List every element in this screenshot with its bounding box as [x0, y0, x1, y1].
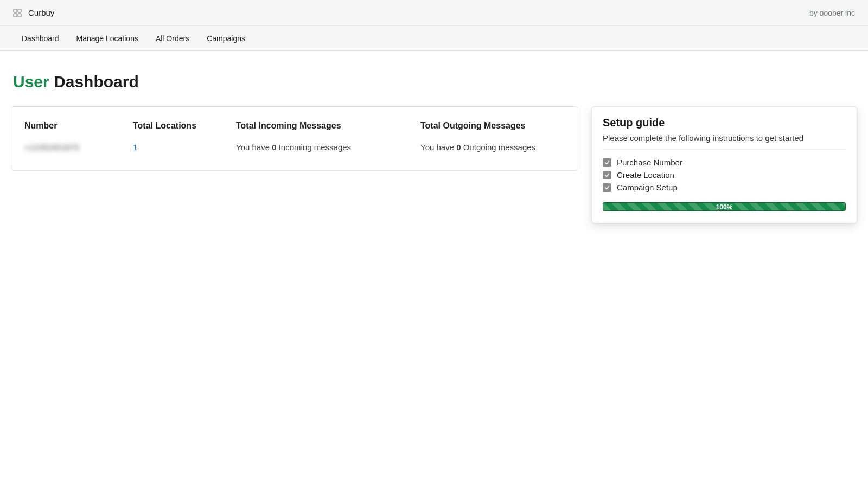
- brand-name: Curbuy: [28, 8, 54, 17]
- stat-locations: Total Locations 1: [133, 121, 214, 152]
- setup-subtitle: Please complete the following instructio…: [603, 133, 846, 143]
- stats-card: Number +12262401879 Total Locations 1 To…: [11, 106, 578, 171]
- brand-wrap: Curbuy: [13, 8, 54, 17]
- setup-step-campaign-setup[interactable]: Campaign Setup: [603, 181, 846, 194]
- stat-incoming-value: You have 0 Incoming messages: [236, 143, 399, 152]
- step-label: Campaign Setup: [617, 183, 678, 192]
- incoming-count: 0: [272, 143, 276, 152]
- byline: by ooober inc: [809, 9, 855, 17]
- progress-bar: 100%: [603, 202, 846, 211]
- content: User Dashboard Number +12262401879 Total…: [0, 51, 868, 234]
- top-bar: Curbuy by ooober inc: [0, 0, 868, 26]
- svg-rect-1: [18, 9, 21, 12]
- stat-outgoing-value: You have 0 Outgoing messages: [420, 143, 565, 152]
- app-logo-icon: [13, 9, 22, 17]
- nav-campaigns[interactable]: Campaigns: [207, 34, 245, 43]
- stat-number: Number +12262401879: [24, 121, 111, 152]
- stat-outgoing-label: Total Outgoing Messages: [420, 121, 565, 131]
- page-title: User Dashboard: [13, 73, 857, 91]
- page-title-rest: Dashboard: [54, 73, 139, 91]
- setup-title: Setup guide: [603, 117, 846, 129]
- two-column-layout: Number +12262401879 Total Locations 1 To…: [11, 106, 857, 223]
- outgoing-count: 0: [456, 143, 461, 152]
- locations-link[interactable]: 1: [133, 143, 137, 152]
- svg-rect-3: [18, 14, 21, 17]
- nav-all-orders[interactable]: All Orders: [156, 34, 189, 43]
- stat-incoming: Total Incoming Messages You have 0 Incom…: [236, 121, 399, 152]
- svg-rect-0: [14, 9, 17, 12]
- stat-number-label: Number: [24, 121, 111, 131]
- checkmark-icon: [603, 158, 611, 167]
- stat-locations-label: Total Locations: [133, 121, 214, 131]
- checkmark-icon: [603, 171, 611, 179]
- incoming-prefix: You have: [236, 143, 272, 152]
- outgoing-suffix: Outgoing messages: [461, 143, 536, 152]
- svg-rect-2: [14, 14, 17, 17]
- nav-bar: Dashboard Manage Locations All Orders Ca…: [0, 26, 868, 51]
- setup-step-purchase-number[interactable]: Purchase Number: [603, 156, 846, 169]
- setup-guide-card: Setup guide Please complete the followin…: [591, 106, 857, 223]
- step-label: Purchase Number: [617, 158, 682, 167]
- setup-step-create-location[interactable]: Create Location: [603, 169, 846, 181]
- setup-steps: Purchase Number Create Location Campaign…: [603, 156, 846, 194]
- incoming-suffix: Incoming messages: [277, 143, 352, 152]
- stats-row: Number +12262401879 Total Locations 1 To…: [24, 121, 565, 152]
- page-title-accent: User: [13, 73, 49, 91]
- stat-outgoing: Total Outgoing Messages You have 0 Outgo…: [420, 121, 565, 152]
- step-label: Create Location: [617, 170, 674, 179]
- nav-dashboard[interactable]: Dashboard: [22, 34, 59, 43]
- stat-number-value: +12262401879: [24, 143, 111, 152]
- setup-divider: [603, 149, 846, 150]
- stat-incoming-label: Total Incoming Messages: [236, 121, 399, 131]
- checkmark-icon: [603, 183, 611, 192]
- nav-manage-locations[interactable]: Manage Locations: [76, 34, 138, 43]
- outgoing-prefix: You have: [420, 143, 456, 152]
